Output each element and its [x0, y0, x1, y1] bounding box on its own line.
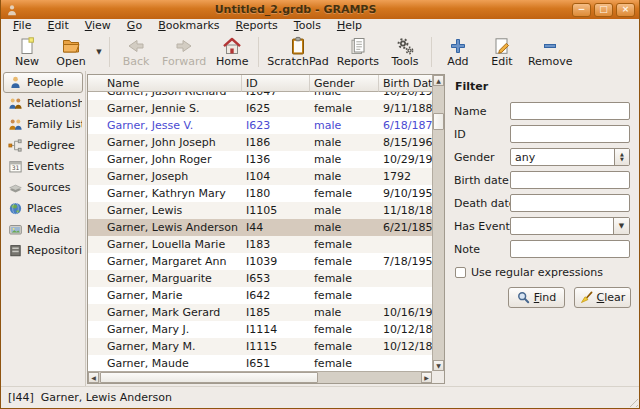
sidebar-item-events[interactable]: 31Events	[3, 156, 83, 177]
column-header-name[interactable]: Name	[88, 75, 242, 92]
toolbar-scratchpad-button[interactable]: ScratchPad	[263, 34, 333, 70]
sidebar-item-people[interactable]: People	[3, 72, 83, 93]
horizontal-scrollbar-thumb[interactable]	[100, 372, 318, 383]
table-row[interactable]: Garner, Jason RichardI1047male10/20/1975	[88, 92, 432, 100]
sidebar-item-media[interactable]: Media	[3, 219, 83, 240]
cell-name: Garner, Joseph	[88, 170, 242, 183]
table-row[interactable]: Garner, MaudeI651female	[88, 355, 432, 371]
toolbar-reports-button[interactable]: Reports	[333, 34, 383, 70]
toolbar-forward-button[interactable]: Forward	[158, 34, 210, 70]
toolbar-tools-button[interactable]: Tools	[383, 34, 427, 70]
toolbar-edit-button[interactable]: Edit	[480, 34, 524, 70]
cell-gender: male	[310, 170, 379, 183]
table-row[interactable]: Garner, Jesse V.I623male6/18/1876	[88, 117, 432, 134]
clear-button[interactable]: Clear	[574, 287, 631, 308]
filter-id-input[interactable]	[510, 125, 630, 143]
table-row[interactable]: Garner, Lewis AndersonI44male6/21/1855	[88, 219, 432, 236]
table-row[interactable]: Garner, Margaret AnnI1039female7/18/1951	[88, 253, 432, 270]
cell-id: I1047	[242, 92, 310, 98]
table-row[interactable]: Garner, John RogerI136male10/29/1925	[88, 151, 432, 168]
scroll-down-arrow-icon[interactable]: ▼	[433, 360, 444, 371]
table-row[interactable]: Garner, Louella MarieI183female	[88, 236, 432, 253]
filter-death-date-input[interactable]	[510, 194, 630, 212]
minimize-button[interactable]: −	[572, 3, 591, 17]
sidebar-item-label: Media	[27, 223, 60, 236]
scroll-right-arrow-icon[interactable]: ▶	[421, 372, 432, 383]
menu-bookmarks[interactable]: Bookmarks	[150, 19, 227, 33]
table-rows: Garner, Jason RichardI1047male10/20/1975…	[88, 92, 432, 371]
sidebar-item-sources[interactable]: Sources	[3, 177, 83, 198]
toolbar-new-button[interactable]: New	[5, 34, 49, 70]
toolbar-open-button[interactable]: Open	[49, 34, 93, 70]
toolbar-add-button[interactable]: Add	[436, 34, 480, 70]
menu-edit[interactable]: Edit	[39, 19, 76, 33]
table-row[interactable]: Garner, Mary M.I1115female10/12/1851	[88, 338, 432, 355]
table-row[interactable]: Garner, Mark GerardI185male10/16/1962	[88, 304, 432, 321]
vertical-scrollbar[interactable]: ▲ ▼	[432, 75, 444, 371]
filter-gender-select[interactable]: any▲▼	[510, 148, 630, 166]
regex-checkbox[interactable]	[455, 267, 466, 278]
filter-label-name: Name	[454, 105, 510, 118]
column-header-id[interactable]: ID	[242, 75, 310, 92]
table-row[interactable]: Garner, LewisI1105male11/18/1823	[88, 202, 432, 219]
sidebar-item-relationships[interactable]: Relationships	[3, 93, 83, 114]
maximize-button[interactable]: □	[594, 3, 613, 17]
horizontal-scrollbar[interactable]: ◀ ▶	[88, 371, 432, 383]
table-row[interactable]: Garner, MarieI642female	[88, 287, 432, 304]
table-row[interactable]: Garner, JosephI104male1792	[88, 168, 432, 185]
clear-broom-icon	[580, 291, 593, 304]
sidebar-item-label: People	[27, 76, 64, 89]
scroll-up-arrow-icon[interactable]: ▲	[433, 75, 444, 86]
view-sidebar: PeopleRelationshipsFamily ListPedigree31…	[1, 71, 86, 386]
toolbar-separator	[258, 37, 259, 67]
table-row[interactable]: Garner, John JosephI186male8/15/1961	[88, 134, 432, 151]
filter-note-input[interactable]	[510, 240, 630, 258]
chevron-down-icon[interactable]: ▼	[613, 218, 629, 234]
scroll-left-arrow-icon[interactable]: ◀	[88, 372, 99, 383]
toolbar: NewOpen▼BackForwardHomeScratchPadReports…	[1, 33, 639, 71]
filter-name-input[interactable]	[510, 102, 630, 120]
menu-help[interactable]: Help	[329, 19, 370, 33]
cell-gender: female	[310, 340, 379, 353]
menu-reports[interactable]: Reports	[228, 19, 286, 33]
cell-id: I623	[242, 119, 310, 132]
table-row[interactable]: Garner, Mary J.I1114female10/12/1851	[88, 321, 432, 338]
column-header-gender[interactable]: Gender	[310, 75, 379, 92]
spinner-arrows-icon[interactable]: ▲▼	[614, 149, 629, 165]
vertical-scrollbar-thumb[interactable]	[433, 113, 444, 130]
sidebar-item-repositories[interactable]: Repositories	[3, 240, 83, 261]
table-row[interactable]: Garner, Jennie S.I625female9/11/1880	[88, 100, 432, 117]
find-button[interactable]: Find	[508, 287, 565, 308]
open-dropdown-arrow-icon[interactable]: ▼	[93, 34, 105, 70]
filter-has-event-combo[interactable]: ▼	[510, 217, 630, 235]
gender-select-value: any	[515, 151, 535, 164]
column-header-birth-date[interactable]: Birth Date	[379, 75, 432, 92]
table-row[interactable]: Garner, MarguariteI653female	[88, 270, 432, 287]
cell-gender: female	[310, 102, 379, 115]
cell-birth-date: 10/12/1851	[379, 323, 432, 336]
menu-file[interactable]: File	[5, 19, 39, 33]
table-row[interactable]: Garner, Kathryn MaryI180female9/10/1952	[88, 185, 432, 202]
resize-grip[interactable]	[626, 395, 638, 407]
filter-birth-date-input[interactable]	[510, 171, 630, 189]
regex-checkbox-row[interactable]: Use regular expressions	[455, 266, 630, 279]
toolbar-remove-button[interactable]: Remove	[524, 34, 577, 70]
sidebar-item-pedigree[interactable]: Pedigree	[3, 135, 83, 156]
menu-tools[interactable]: Tools	[286, 19, 329, 33]
cell-name: Garner, Mark Gerard	[88, 306, 242, 319]
sidebar-item-family-list[interactable]: Family List	[3, 114, 83, 135]
people-list: NameIDGenderBirth Date Garner, Jason Ric…	[87, 74, 445, 384]
filter-panel: Filter NameIDGenderany▲▼Birth dateDeath …	[445, 74, 639, 384]
sidebar-item-places[interactable]: Places	[3, 198, 83, 219]
svg-text:31: 31	[12, 164, 20, 171]
cell-birth-date: 10/29/1925	[379, 153, 432, 166]
menu-go[interactable]: Go	[119, 19, 150, 33]
sidebar-item-label: Relationships	[27, 97, 83, 110]
relationships-icon	[8, 96, 23, 111]
scratchpad-icon	[288, 36, 308, 56]
toolbar-home-button[interactable]: Home	[210, 34, 254, 70]
cell-name: Garner, Jesse V.	[88, 119, 242, 132]
toolbar-back-button[interactable]: Back	[114, 34, 158, 70]
close-button[interactable]: ×	[616, 3, 635, 17]
menu-view[interactable]: View	[77, 19, 119, 33]
